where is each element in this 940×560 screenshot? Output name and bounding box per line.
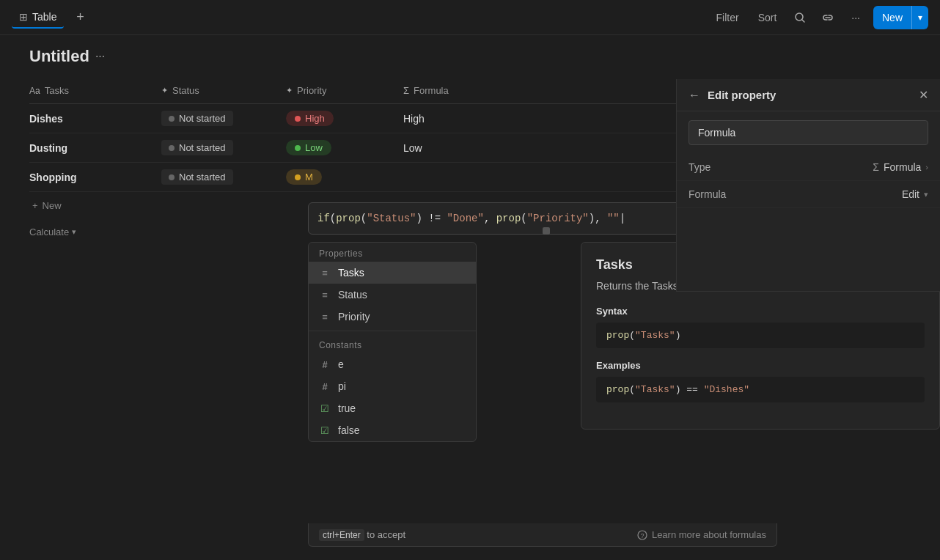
cell-status-dishes[interactable]: Not started	[161, 111, 286, 126]
ex-str2: "Dishes"	[704, 384, 749, 395]
priority-dot-high	[295, 116, 301, 122]
links-icon[interactable]	[818, 7, 838, 28]
plus-icon: +	[76, 10, 84, 25]
syntax-close: )	[675, 330, 681, 341]
str-done: "Done"	[447, 213, 483, 224]
syntax-paren: (	[629, 330, 635, 341]
hint-action: to accept	[367, 529, 405, 540]
cell-priority-shopping[interactable]: M	[286, 169, 403, 185]
add-row-icon: +	[32, 200, 38, 211]
autocomplete-item-priority[interactable]: ≡ Priority	[309, 306, 476, 328]
autocomplete-item-false[interactable]: ☑ false	[309, 419, 476, 441]
panel-back-button[interactable]: ←	[689, 89, 700, 102]
hint-kbd: ctrl+Enter	[319, 529, 364, 541]
panel-close-button[interactable]: ✕	[919, 88, 928, 102]
table-tab[interactable]: ⊞ Table	[12, 7, 64, 29]
cell-priority-dusting[interactable]: Low	[286, 140, 403, 155]
panel-header-left: ← Edit property	[689, 89, 776, 102]
autocomplete-item-status[interactable]: ≡ Status	[309, 284, 476, 306]
constants-header: Constants	[309, 334, 476, 353]
cell-tasks-dishes[interactable]: Dishes	[29, 113, 161, 125]
type-label: Type	[689, 161, 710, 173]
false-icon: ☑	[319, 425, 331, 436]
hint-bar: ctrl+Enter to accept ? Learn more about …	[308, 523, 777, 547]
property-name-input[interactable]	[689, 120, 928, 145]
type-value-text: Formula	[884, 161, 921, 173]
pi-icon: #	[319, 381, 331, 392]
cell-tasks-dusting[interactable]: Dusting	[29, 142, 161, 154]
paren3: (	[521, 213, 526, 224]
cell-tasks-shopping[interactable]: Shopping	[29, 172, 161, 183]
formula-edit-value[interactable]: Edit ▾	[902, 188, 928, 200]
str-status: "Status"	[367, 213, 416, 224]
column-priority[interactable]: ✦ Priority	[286, 85, 403, 96]
formula-resize-handle[interactable]	[543, 227, 550, 235]
page-menu-button[interactable]: ···	[95, 50, 105, 63]
section-divider	[309, 331, 476, 331]
calculate-label: Calculate	[29, 226, 69, 237]
autocomplete-item-e[interactable]: # e	[309, 353, 476, 375]
svg-text:?: ?	[640, 532, 644, 539]
syntax-str: "Tasks"	[635, 330, 675, 341]
op1: ) !=	[416, 213, 447, 224]
type-sigma-icon: Σ	[873, 161, 879, 173]
new-button-arrow[interactable]: ▾	[911, 6, 928, 29]
tasks-col-icon: Aa	[29, 86, 40, 96]
column-tasks[interactable]: Aa Tasks	[29, 85, 161, 96]
tasks-prop-icon: ≡	[319, 268, 331, 279]
status-text: Not started	[179, 142, 226, 153]
cell-formula-dusting[interactable]: Low	[403, 142, 550, 154]
examples-header: Examples	[596, 360, 925, 371]
e-label: e	[338, 358, 344, 370]
status-dot	[169, 145, 175, 151]
help-icon: ?	[637, 530, 647, 540]
comma1: ,	[484, 213, 496, 224]
fn-prop2: prop	[496, 213, 521, 224]
type-chevron-icon: ›	[925, 163, 928, 172]
status-prop-icon: ≡	[319, 290, 331, 301]
autocomplete-item-tasks[interactable]: ≡ Tasks	[309, 262, 476, 284]
top-bar-right: Filter Sort ··· New ▾	[710, 6, 929, 29]
cell-priority-dishes[interactable]: High	[286, 111, 403, 126]
learn-more-link[interactable]: ? Learn more about formulas	[637, 529, 766, 540]
syntax-code: prop("Tasks")	[596, 323, 925, 348]
new-button[interactable]: New ▾	[873, 6, 928, 29]
str-priority: "Priority"	[527, 213, 589, 224]
search-icon[interactable]	[790, 7, 810, 28]
new-button-label: New	[873, 12, 911, 23]
panel-type-row: Type Σ Formula ›	[677, 154, 940, 181]
cell-status-dusting[interactable]: Not started	[161, 140, 286, 155]
e-icon: #	[319, 359, 331, 370]
priority-prop-label: Priority	[338, 311, 370, 323]
str-empty: ""	[607, 213, 620, 224]
autocomplete-item-pi[interactable]: # pi	[309, 375, 476, 397]
column-status[interactable]: ✦ Status	[161, 85, 286, 96]
sort-button[interactable]: Sort	[752, 9, 783, 26]
formula-arrow-icon: ▾	[924, 190, 928, 199]
panel-title: Edit property	[708, 89, 776, 101]
more-button[interactable]: ···	[845, 9, 866, 26]
type-value[interactable]: Σ Formula ›	[873, 161, 928, 173]
comma2: ),	[589, 213, 607, 224]
priority-text-low: Low	[305, 142, 323, 153]
edit-property-panel: ← Edit property ✕ Type Σ Formula › Formu…	[676, 79, 940, 292]
add-row-text: New	[43, 200, 62, 211]
fn-prop1: prop	[336, 213, 361, 224]
status-col-label: Status	[172, 85, 199, 96]
filter-button[interactable]: Filter	[710, 9, 745, 26]
top-bar: ⊞ Table + Filter Sort ··· New ▾	[0, 0, 940, 35]
pi-label: pi	[338, 380, 346, 392]
cell-formula-dishes[interactable]: High	[403, 113, 550, 125]
autocomplete-item-true[interactable]: ☑ true	[309, 397, 476, 419]
status-col-icon: ✦	[161, 86, 168, 95]
priority-col-label: Priority	[297, 85, 326, 96]
cell-status-shopping[interactable]: Not started	[161, 169, 286, 185]
top-bar-left: ⊞ Table +	[12, 7, 90, 29]
formula-col-icon: Σ	[403, 85, 409, 96]
tasks-prop-label: Tasks	[338, 267, 364, 279]
add-view-button[interactable]: +	[70, 7, 90, 28]
true-icon: ☑	[319, 403, 331, 414]
table-tab-label: Table	[32, 11, 56, 23]
formula-col-label: Formula	[414, 85, 449, 96]
column-formula[interactable]: Σ Formula	[403, 85, 550, 96]
